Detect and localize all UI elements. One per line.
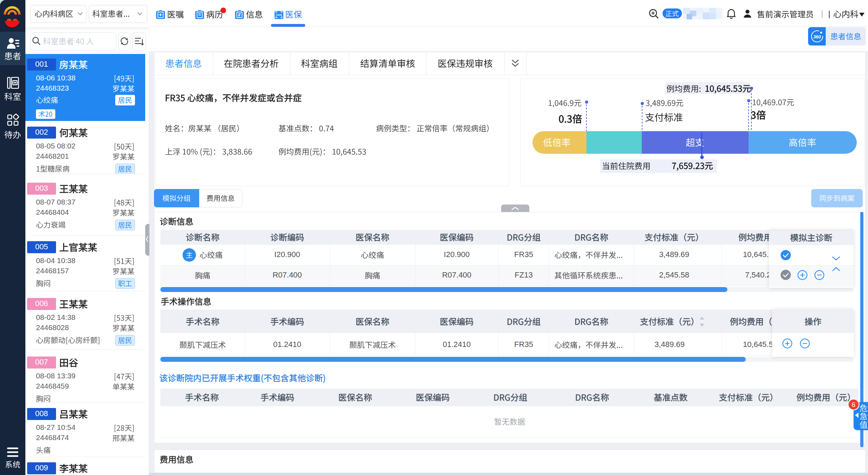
svg-text:360: 360 bbox=[813, 34, 821, 39]
svg-text:6: 6 bbox=[852, 401, 856, 408]
svg-text:CHS: CHS bbox=[276, 13, 282, 17]
